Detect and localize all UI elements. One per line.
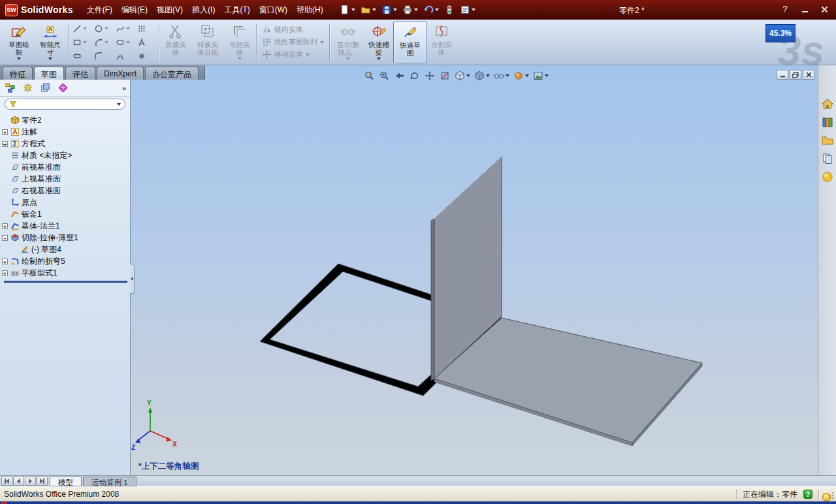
tab-model[interactable]: 模型 bbox=[50, 477, 82, 486]
zoom-to-fit-button[interactable] bbox=[363, 70, 376, 82]
help-button[interactable]: ? bbox=[780, 4, 790, 14]
tab-scroll-last-button[interactable] bbox=[37, 477, 48, 486]
solidworks-resources-button[interactable] bbox=[820, 97, 835, 111]
tree-item-base-flange[interactable]: + 基体-法兰1 bbox=[2, 220, 130, 232]
sketch-arc-button[interactable] bbox=[92, 35, 114, 49]
panel-collapse-handle[interactable] bbox=[130, 264, 135, 294]
tree-item-material[interactable]: 材质 <未指定> bbox=[2, 150, 130, 161]
quick-tips-icon[interactable]: ? bbox=[803, 490, 812, 499]
undo-button[interactable] bbox=[423, 5, 439, 15]
view-orientation-button[interactable] bbox=[453, 70, 471, 82]
menu-help[interactable]: 帮助(H) bbox=[292, 2, 328, 18]
tree-item-sheet-metal[interactable]: 钣金1 bbox=[2, 208, 130, 220]
expand-toggle[interactable]: + bbox=[2, 141, 8, 147]
section-view-button[interactable] bbox=[438, 70, 451, 82]
doc-restore-button[interactable] bbox=[790, 70, 801, 80]
sketch-text-button[interactable] bbox=[135, 35, 157, 49]
convert-entities-button[interactable]: 转换实 体引用 bbox=[190, 22, 225, 63]
zoom-to-area-button[interactable] bbox=[378, 70, 391, 82]
tree-item-flat-pattern[interactable]: + 平板型式1 bbox=[2, 267, 130, 279]
dimxpert-manager-tab-icon[interactable] bbox=[57, 82, 69, 94]
expand-toggle[interactable]: - bbox=[2, 235, 8, 241]
tree-filter-input[interactable] bbox=[20, 100, 114, 108]
graphics-viewport[interactable]: Y X Z *上下二等角轴测 bbox=[131, 65, 818, 475]
tab-sketch[interactable]: 草图 bbox=[34, 67, 64, 80]
linear-sketch-pattern-button[interactable]: 线性草图阵列 bbox=[262, 37, 324, 47]
expand-toggle[interactable]: + bbox=[2, 129, 8, 135]
doc-minimize-button[interactable] bbox=[777, 70, 788, 80]
sketch-circle-button[interactable] bbox=[92, 22, 114, 35]
display-delete-relations-button[interactable]: 显示/删 除几... bbox=[332, 22, 364, 63]
sketch-pattern-button[interactable] bbox=[135, 22, 157, 35]
rollback-bar[interactable] bbox=[4, 281, 127, 283]
hide-show-items-button[interactable] bbox=[492, 70, 510, 82]
tab-scroll-next-button[interactable] bbox=[25, 477, 36, 486]
rotate-view-button[interactable] bbox=[408, 70, 421, 82]
tree-item-top-plane[interactable]: 上视基准面 bbox=[2, 173, 130, 185]
close-button[interactable] bbox=[819, 4, 829, 14]
minimize-button[interactable] bbox=[799, 4, 810, 14]
tree-item-sketched-bend[interactable]: + 绘制的折弯5 bbox=[2, 255, 130, 267]
sketch-button[interactable]: 草图绘 制 bbox=[3, 22, 35, 63]
tree-item-origin[interactable]: 原点 bbox=[2, 197, 130, 208]
sketch-ellipse-button[interactable] bbox=[114, 35, 135, 49]
tab-scroll-prev-button[interactable] bbox=[13, 477, 24, 486]
trim-entities-button[interactable]: 剪裁实 体 bbox=[161, 22, 190, 63]
edit-appearance-button[interactable] bbox=[512, 70, 530, 82]
panel-overflow-chevron[interactable]: » bbox=[122, 84, 126, 92]
sketch-line-button[interactable] bbox=[71, 22, 92, 35]
tab-office-products[interactable]: 办公室产品 bbox=[145, 67, 199, 80]
new-document-button[interactable] bbox=[340, 5, 355, 15]
tab-dimxpert[interactable]: DimXpert bbox=[97, 67, 144, 80]
menu-window[interactable]: 窗口(W) bbox=[255, 2, 292, 18]
file-explorer-button[interactable] bbox=[820, 133, 835, 148]
menu-edit[interactable]: 编辑(E) bbox=[117, 2, 152, 18]
model-canvas[interactable]: Y X Z bbox=[131, 65, 818, 475]
rebuild-button[interactable] bbox=[444, 5, 455, 15]
display-style-button[interactable] bbox=[473, 70, 490, 82]
mirror-entities-button[interactable]: 镜向实体 bbox=[262, 25, 324, 35]
save-button[interactable] bbox=[381, 5, 397, 15]
feature-manager-tab-icon[interactable] bbox=[4, 82, 16, 94]
quick-snaps-button[interactable]: 快速捕 捉 bbox=[364, 22, 393, 63]
menu-file[interactable]: 文件(F) bbox=[82, 2, 117, 18]
split-entities-button[interactable]: 分割实 体 bbox=[427, 22, 456, 63]
expand-toggle[interactable]: + bbox=[2, 259, 8, 264]
sketch-slot-button[interactable] bbox=[71, 49, 92, 63]
tree-item-sketch4[interactable]: (-) 草图4 bbox=[2, 244, 130, 255]
expand-toggle[interactable]: + bbox=[2, 270, 8, 276]
rapid-sketch-button[interactable]: 快速草 图 bbox=[393, 22, 427, 63]
tree-item-part-root[interactable]: 零件2 bbox=[2, 114, 130, 126]
tree-item-front-plane[interactable]: 前视基准面 bbox=[2, 161, 130, 173]
pan-button[interactable] bbox=[423, 70, 436, 82]
sketch-fillet-button[interactable] bbox=[92, 49, 114, 63]
print-button[interactable] bbox=[402, 5, 418, 15]
photoworks-button[interactable] bbox=[820, 170, 835, 184]
tab-evaluate[interactable]: 评估 bbox=[65, 67, 95, 80]
apply-scene-button[interactable] bbox=[532, 70, 549, 82]
tree-item-equations[interactable]: + 方程式 bbox=[2, 138, 130, 150]
tab-scroll-first-button[interactable] bbox=[1, 477, 12, 486]
configuration-manager-tab-icon[interactable] bbox=[39, 82, 51, 94]
expand-toggle[interactable]: + bbox=[2, 223, 8, 229]
property-manager-tab-icon[interactable] bbox=[22, 82, 33, 94]
move-entities-button[interactable]: 移动实体 bbox=[262, 50, 324, 59]
search-results-button[interactable] bbox=[820, 151, 835, 166]
tab-features[interactable]: 特征 bbox=[3, 67, 33, 80]
tree-item-annotations[interactable]: + 注解 bbox=[2, 126, 130, 138]
smart-dimension-button[interactable]: 智能尺 寸 bbox=[35, 22, 66, 63]
menu-insert[interactable]: 插入(I) bbox=[187, 2, 219, 18]
doc-close-button[interactable] bbox=[803, 70, 814, 80]
sketch-point-button[interactable] bbox=[135, 49, 157, 63]
previous-view-button[interactable] bbox=[393, 70, 406, 82]
tree-item-cut-extrude-thin[interactable]: - 切除-拉伸-薄壁1 bbox=[2, 232, 130, 244]
open-document-button[interactable] bbox=[361, 5, 376, 15]
offset-entities-button[interactable]: 等距实 体 bbox=[225, 22, 254, 63]
menu-view[interactable]: 视图(V) bbox=[152, 2, 187, 18]
tree-item-right-plane[interactable]: 右视基准面 bbox=[2, 185, 130, 197]
sketch-spline-button[interactable] bbox=[114, 22, 135, 35]
design-library-button[interactable] bbox=[820, 115, 835, 129]
options-button[interactable] bbox=[460, 5, 475, 15]
sketch-rectangle-button[interactable] bbox=[71, 35, 92, 49]
sketch-parabola-button[interactable] bbox=[114, 49, 135, 63]
